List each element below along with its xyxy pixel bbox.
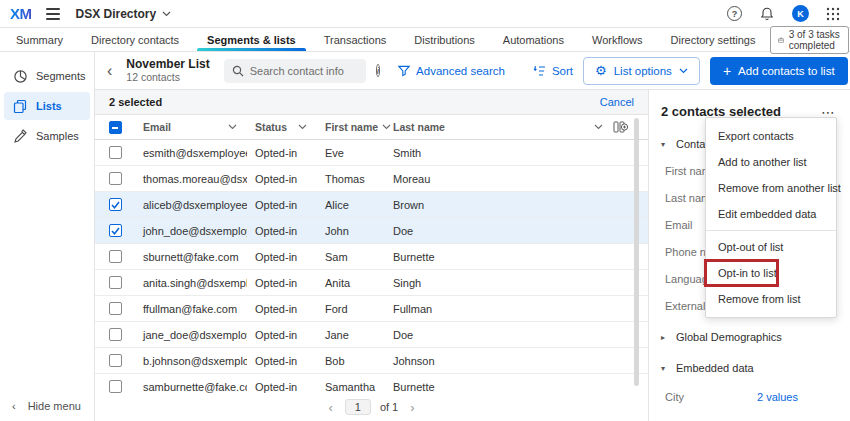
sidebar-item-samples[interactable]: Samples <box>4 122 90 150</box>
chevron-down-icon <box>298 124 307 130</box>
table-row[interactable]: anita.singh@dsxemployee...Opted-inAnitaS… <box>95 270 648 296</box>
column-label: Status <box>255 121 287 133</box>
tab-workflows[interactable]: Workflows <box>578 28 657 51</box>
table-row[interactable]: ffullman@fake.comOpted-inFordFullman <box>95 296 648 322</box>
embedded-field-value-link[interactable]: 2 values <box>757 391 838 403</box>
list-options-label: List options <box>614 65 672 77</box>
tasks-briefcase-icon <box>778 34 784 46</box>
email-cell: aliceb@dsxemployee.com <box>135 199 247 211</box>
menu-item-export-contacts[interactable]: Export contacts <box>706 123 836 149</box>
menu-item-opt-in-to-list[interactable]: Opt-in to list <box>706 260 836 286</box>
column-header-status[interactable]: Status <box>247 121 317 133</box>
first-name-cell: Thomas <box>317 173 385 185</box>
row-checkbox[interactable] <box>109 328 122 341</box>
table-header: EmailStatusFirst nameLast name <box>95 115 648 140</box>
sidebar-items: SegmentsListsSamples <box>0 62 94 152</box>
embedded-field-label: City <box>665 391 757 403</box>
back-button[interactable]: ‹ <box>103 60 116 82</box>
row-checkbox[interactable] <box>109 302 122 315</box>
status-cell: Opted-in <box>247 381 317 393</box>
add-column-button[interactable] <box>613 120 648 134</box>
first-name-cell: Jane <box>317 329 385 341</box>
table-row[interactable]: thomas.moreau@dsxempl...Opted-inThomasMo… <box>95 166 648 192</box>
email-cell: john_doe@dsxemployee.... <box>135 225 247 237</box>
table-body: esmith@dsxemployee.comOpted-inEveSmithth… <box>95 140 648 393</box>
pagination: ‹ 1 of 1 › <box>95 393 648 421</box>
tab-directory-contacts[interactable]: Directory contacts <box>77 28 193 51</box>
row-checkbox[interactable] <box>109 146 122 159</box>
apps-grid-icon[interactable] <box>826 7 840 21</box>
first-name-cell: Anita <box>317 277 385 289</box>
tab-transactions[interactable]: Transactions <box>310 28 401 51</box>
help-icon[interactable]: ? <box>727 6 742 21</box>
global-demographics-section-toggle[interactable]: ▸ Global Demographics <box>661 331 838 343</box>
table-row[interactable]: b.johnson@dsxemployee....Opted-inBobJohn… <box>95 348 648 374</box>
tab-label: Directory contacts <box>91 34 179 46</box>
panel-more-options-icon[interactable]: ⋯ <box>819 108 838 116</box>
column-header-last-name[interactable]: Last name <box>385 121 613 133</box>
prev-page-button[interactable]: ‹ <box>325 400 335 415</box>
tab-summary[interactable]: Summary <box>2 28 77 51</box>
first-name-cell: Alice <box>317 199 385 211</box>
tab-label: Transactions <box>324 34 387 46</box>
list-options-button[interactable]: ⚙ List options <box>583 57 700 85</box>
tab-directory-settings[interactable]: Directory settings <box>657 28 770 51</box>
current-page-box[interactable]: 1 <box>345 399 371 415</box>
tab-distributions[interactable]: Distributions <box>400 28 489 51</box>
tab-list: SummaryDirectory contactsSegments & list… <box>2 28 770 51</box>
hamburger-menu-icon[interactable] <box>46 8 60 20</box>
add-contacts-button[interactable]: + Add contacts to list <box>710 57 848 85</box>
menu-item-opt-out-of-list[interactable]: Opt-out of list <box>706 234 836 260</box>
advanced-search-button[interactable]: Advanced search <box>398 65 505 77</box>
column-header-email[interactable]: Email <box>135 121 247 133</box>
status-cell: Opted-in <box>247 277 317 289</box>
last-name-cell: Smith <box>385 147 613 159</box>
next-page-button[interactable]: › <box>407 400 417 415</box>
menu-item-remove-from-another-list[interactable]: Remove from another list <box>706 175 836 201</box>
tasks-completed-badge[interactable]: 3 of 3 tasks completed <box>770 26 849 54</box>
table-row[interactable]: aliceb@dsxemployee.comOpted-inAliceBrown <box>95 192 648 218</box>
sidebar-item-lists[interactable]: Lists <box>4 92 90 120</box>
row-checkbox[interactable] <box>109 224 122 237</box>
user-avatar[interactable]: K <box>792 5 809 22</box>
row-checkbox[interactable] <box>109 276 122 289</box>
hide-menu-button[interactable]: ‹ Hide menu <box>0 391 94 421</box>
topbar-icons: ? K <box>727 5 840 22</box>
nav-tab-bar: SummaryDirectory contactsSegments & list… <box>0 28 850 52</box>
row-checkbox[interactable] <box>109 198 122 211</box>
row-checkbox[interactable] <box>109 250 122 263</box>
column-header-first-name[interactable]: First name <box>317 121 385 133</box>
last-name-cell: Brown <box>385 199 613 211</box>
last-name-cell: Doe <box>385 329 613 341</box>
check-icon <box>111 227 120 235</box>
row-checkbox[interactable] <box>109 380 122 393</box>
table-scrollbar-thumb[interactable] <box>634 118 639 386</box>
last-name-cell: Fullman <box>385 303 613 315</box>
menu-item-edit-embedded-data[interactable]: Edit embedded data <box>706 201 836 227</box>
sidebar-item-segments[interactable]: Segments <box>4 62 90 90</box>
sort-button[interactable]: Sort <box>533 65 573 77</box>
column-label: Last name <box>393 121 445 133</box>
tab-segments-lists[interactable]: Segments & lists <box>193 28 310 51</box>
last-name-cell: Moreau <box>385 173 613 185</box>
menu-item-remove-from-list[interactable]: Remove from list <box>706 286 836 312</box>
menu-item-add-to-another-list[interactable]: Add to another list <box>706 149 836 175</box>
table-row[interactable]: sburnett@fake.comOpted-inSamBurnette <box>95 244 648 270</box>
row-checkbox[interactable] <box>109 172 122 185</box>
table-row[interactable]: jane_doe@dsxemployee....Opted-inJaneDoe <box>95 322 648 348</box>
table-row[interactable]: samburnette@fake.comOpted-inSamanthaBurn… <box>95 374 648 393</box>
bulk-actions-context-menu: Export contactsAdd to another listRemove… <box>705 117 837 318</box>
column-label: Email <box>143 121 171 133</box>
embedded-data-section-toggle[interactable]: ▾ Embedded data <box>661 362 838 374</box>
select-all-checkbox[interactable] <box>109 121 122 134</box>
notifications-bell-icon[interactable] <box>759 6 775 22</box>
table-row[interactable]: john_doe@dsxemployee....Opted-inJohnDoe <box>95 218 648 244</box>
row-checkbox[interactable] <box>109 354 122 367</box>
search-input[interactable] <box>250 65 358 77</box>
email-cell: samburnette@fake.com <box>135 381 247 393</box>
tab-automations[interactable]: Automations <box>489 28 578 51</box>
cancel-selection-link[interactable]: Cancel <box>600 96 634 108</box>
table-row[interactable]: esmith@dsxemployee.comOpted-inEveSmith <box>95 140 648 166</box>
directory-switcher[interactable]: DSX Directory <box>76 7 172 21</box>
info-icon[interactable]: i <box>376 64 380 77</box>
